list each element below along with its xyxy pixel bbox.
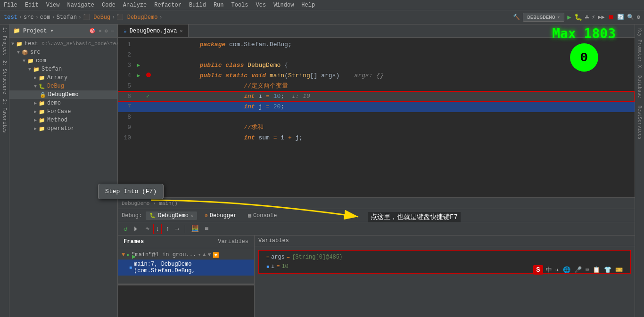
tree-item-method[interactable]: ▶ 📁 Method [9, 116, 117, 124]
csdn-toolbar-icons: 中 ✈ 🌐 🎤 ⌨ 📋 👕 🎫 [546, 266, 623, 274]
stop-icon[interactable]: ⏹ [608, 14, 614, 21]
menu-analyze[interactable]: Analyze [123, 2, 147, 8]
menu-view[interactable]: View [46, 2, 60, 8]
var-i-val: 10 [281, 263, 288, 270]
tab-close-icon[interactable]: ✕ [180, 28, 182, 34]
tree-item-forcase[interactable]: ▶ 📁 ForCase [9, 107, 117, 116]
project-close-icon[interactable]: ✕ [99, 28, 102, 34]
variables-list: ≡ args = {String[0]@485} ■ i = 10 [255, 246, 635, 317]
more-run-icon[interactable]: ▶▶ [598, 14, 604, 21]
menu-vcs[interactable]: Vcs [256, 2, 266, 8]
database-label[interactable]: Database [637, 75, 642, 98]
run-config-label: DEBUGDEMO [527, 15, 555, 20]
project-locate-icon[interactable]: 🎯 [89, 28, 96, 34]
thread-label: "main"@1 in grou... [132, 252, 196, 258]
variables-tab[interactable]: Variables [216, 237, 250, 246]
project-panel-header: 📁 Project ▾ 🎯 ✕ ⚙ ⋯ [9, 24, 117, 38]
project-panel-title: Project ▾ [23, 27, 86, 34]
favorites-tab-label[interactable]: 2: Favorites [1, 98, 8, 134]
menu-edit[interactable]: Edit [25, 2, 39, 8]
run-config-dropdown[interactable]: DEBUGDEMO ▾ [523, 13, 564, 22]
frame-item-main[interactable]: ■ main:7, DebugDemo (com.Stefan.DeBug, [118, 260, 254, 276]
project-tab-label[interactable]: 1: Project [1, 26, 8, 57]
tree-item-test[interactable]: ▼ 📁 test D:\JAVA_SE\basic_code\test [9, 40, 117, 48]
path-debugdemo[interactable]: ⬛ DebugDemo [116, 14, 157, 21]
forcase-folder-icon: 📁 [39, 109, 45, 115]
var-args-item[interactable]: ≡ args = {String[0]@485} [263, 252, 627, 262]
path-stefan[interactable]: Stefan [57, 14, 77, 21]
structure-tab-label[interactable]: 2: Structure [1, 59, 8, 95]
tree-item-debugdemo[interactable]: 🔒 DebugDemo [9, 90, 117, 99]
coverage-icon[interactable]: ☘ [585, 13, 589, 21]
frames-tab[interactable]: Frames [122, 237, 146, 246]
path-test[interactable]: test [4, 14, 17, 21]
thread-up-icon[interactable]: ▲ [203, 252, 206, 258]
project-panel: 📁 Project ▾ 🎯 ✕ ⚙ ⋯ ▼ 📁 test D:\JAVA_SE\… [9, 24, 118, 317]
project-gear-icon[interactable]: ⚙ [105, 28, 108, 34]
arrary-arrow-icon: ▶ [34, 75, 37, 81]
tree-item-src[interactable]: ▼ 📦 src [9, 48, 117, 57]
stefan-folder-icon: 📁 [33, 66, 40, 73]
method-arrow-icon: ▶ [34, 117, 37, 123]
tree-item-operator[interactable]: ▶ 📁 operator [9, 124, 117, 133]
line-num-9: 9 [118, 122, 137, 133]
line-bp-4[interactable] [146, 71, 154, 81]
reload-icon[interactable]: 🔄 [617, 14, 624, 21]
path-sep1: › [19, 14, 22, 21]
menu-file[interactable]: File [4, 2, 17, 8]
debug-icon[interactable]: 🐛 [574, 13, 582, 21]
demo-folder-icon: 📁 [39, 100, 45, 106]
key-promoter-label[interactable]: Key Promoter X [637, 28, 642, 68]
run-icon[interactable]: ▶ [567, 13, 571, 21]
line-num-6: 6 [118, 91, 137, 102]
tree-item-arrary[interactable]: ▶ 📁 Arrary [9, 73, 117, 82]
frames-panel-header: Frames Variables [118, 236, 254, 248]
tree-item-stefan[interactable]: ▼ 📁 Stefan [9, 65, 117, 73]
menu-refactor[interactable]: Refactor [154, 2, 182, 8]
line-num-10: 10 [118, 133, 137, 143]
menu-help[interactable]: Help [301, 2, 315, 8]
csdn-watermark: S 中 ✈ 🌐 🎤 ⌨ 📋 👕 🎫 [533, 265, 623, 275]
profile-icon[interactable]: ⚡ [592, 14, 595, 21]
path-sep3: › [51, 14, 55, 21]
editor-tab-debugdemo[interactable]: ☕ DebugDemo.java ✕ [118, 24, 189, 37]
arrary-folder-icon: 📁 [39, 75, 45, 81]
frame-label: main:7, DebugDemo (com.Stefan.DeBug, [134, 261, 250, 274]
var-args-val: {String[0]@485} [292, 254, 343, 260]
thread-down-icon[interactable]: ▼ [208, 252, 211, 258]
menu-tools[interactable]: Tools [231, 2, 248, 8]
thread-dropdown-icon[interactable]: ▾ [198, 252, 201, 258]
resume-icon[interactable]: ⏵ [131, 224, 141, 234]
src-collapse-icon: ▼ [17, 50, 20, 55]
line-num-1: 1 [118, 40, 137, 50]
menu-run[interactable]: Run [214, 2, 224, 8]
frames-list: ▼ ▶ "main"@1 in grou... ▾ ▲ ▼ 🔽 ■ main:7… [118, 248, 254, 284]
menu-window[interactable]: Window [273, 2, 294, 8]
path-debug[interactable]: ⬛ DeBug [83, 14, 110, 21]
menu-navigate[interactable]: Navigate [67, 2, 94, 8]
variables-panel: Variables ≡ args = {String[0]@485} ■ [255, 236, 635, 317]
menu-build[interactable]: Build [189, 2, 206, 8]
thread-filter-icon[interactable]: 🔽 [213, 252, 219, 258]
play-bottom-icon[interactable]: ▶ [132, 252, 136, 260]
rerun-icon[interactable]: ↺ [122, 224, 129, 234]
menu-code[interactable]: Code [102, 2, 116, 8]
settings-icon[interactable]: ⚙ [637, 14, 640, 21]
path-src[interactable]: src [24, 14, 34, 21]
var-i-icon: ■ [266, 264, 269, 269]
project-menu-icon[interactable]: ⋯ [110, 28, 114, 34]
test-folder-icon: 📁 [16, 41, 23, 47]
tree-item-com[interactable]: ▼ 📁 com [9, 57, 117, 65]
tree-src-label: src [30, 49, 41, 56]
restservices-label[interactable]: RestServices [637, 106, 642, 139]
thread-item[interactable]: ▼ ▶ "main"@1 in grou... ▾ ▲ ▼ 🔽 [118, 250, 254, 260]
tree-item-debug[interactable]: ▼ 🐛 DeBug [9, 82, 117, 90]
tree-debug-label: DeBug [47, 83, 64, 89]
line-num-7: 7 [118, 102, 137, 112]
tree-operator-label: operator [47, 125, 74, 132]
search-everywhere-icon[interactable]: 🔍 [627, 14, 634, 21]
tree-item-demo[interactable]: ▶ 📁 demo [9, 99, 117, 107]
tree-collapse-icon: ▼ [11, 41, 14, 47]
path-com[interactable]: com [40, 14, 50, 21]
line-arrow-3: ▶ [137, 60, 146, 71]
